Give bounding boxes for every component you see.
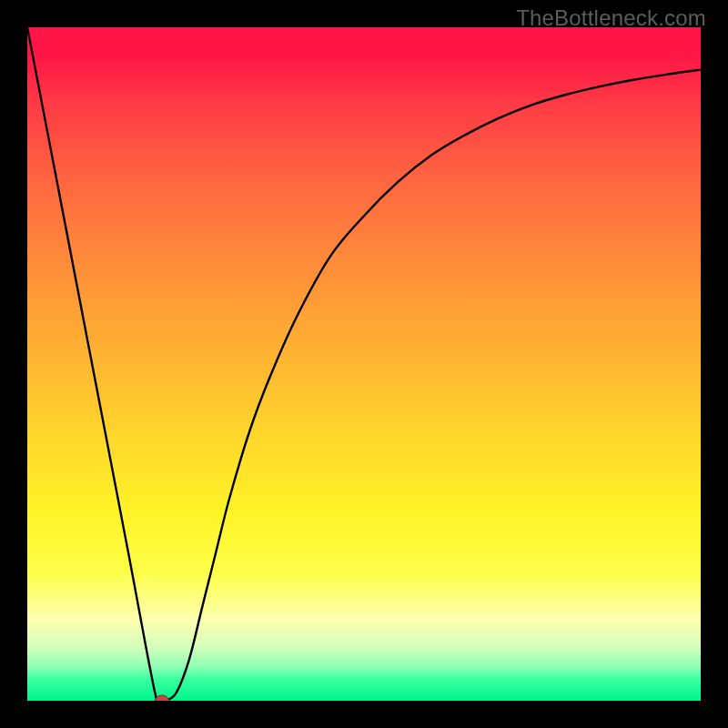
curve-layer bbox=[27, 27, 701, 701]
optimum-marker bbox=[156, 695, 169, 701]
gradient-plot-area bbox=[27, 27, 701, 701]
chart-frame: TheBottleneck.com bbox=[0, 0, 728, 728]
bottleneck-curve bbox=[27, 27, 701, 701]
